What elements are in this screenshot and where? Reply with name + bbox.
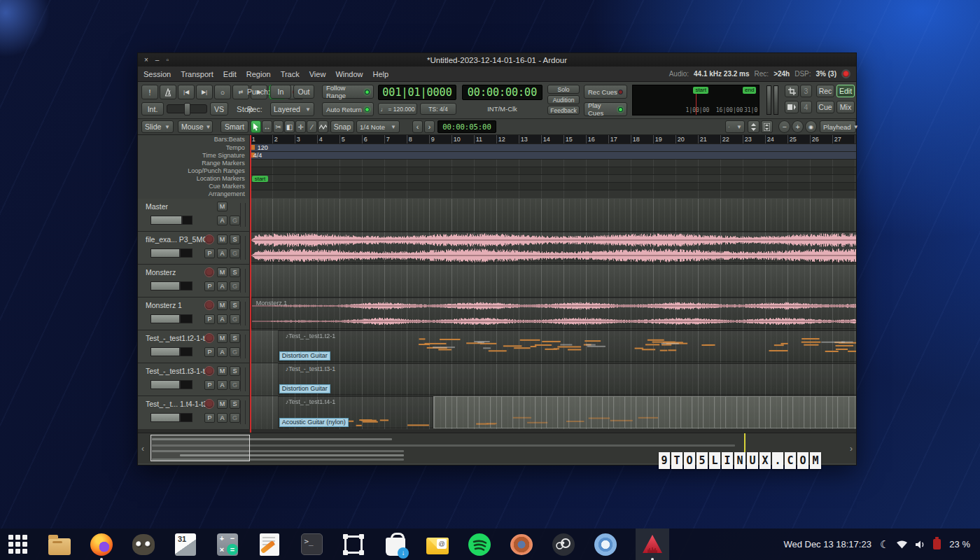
app-grid-icon[interactable] [6,533,29,556]
go-to-end-button[interactable]: ▶| [196,85,213,99]
record-arm-button[interactable] [204,234,214,244]
ruler-label-range[interactable]: Range Markers [138,160,249,167]
mute-button[interactable]: M [217,399,227,409]
vs-button[interactable]: VS [210,102,228,115]
track-lane-audio2[interactable] [250,265,856,297]
playhead-line[interactable] [250,199,251,433]
menu-session[interactable]: Session [144,70,171,78]
edit-mode-dropdown[interactable]: Slide▼ [141,120,174,133]
track-resize-grip[interactable] [240,400,246,424]
mail-icon[interactable]: @ [426,533,449,556]
menu-transport[interactable]: Transport [181,70,214,78]
spotify-icon[interactable] [468,533,491,556]
gain-fader[interactable] [150,413,192,422]
track-header-midi2[interactable]: Test_-_test1.t3-1-t2 M S P A G [138,363,250,396]
solo-button[interactable]: Solo [547,85,580,94]
cue-markers-ruler[interactable] [250,183,856,190]
time-signature-button[interactable]: TS: 4/4 [420,103,456,115]
summary-view-rectangle[interactable] [150,435,250,461]
solo-button[interactable]: S [230,300,240,310]
software-store-icon[interactable]: ↓ [384,533,407,556]
fit-tracks-button[interactable] [761,120,773,133]
track-resize-grip[interactable] [240,269,246,293]
tempo-value[interactable]: 120 [258,144,268,151]
location-markers-ruler[interactable]: start [250,175,856,183]
track-header-audio2[interactable]: Monsterz M S P A G [138,265,250,297]
zoom-focus-dropdown[interactable]: Playhead▼ [820,120,856,133]
track-header-audio3[interactable]: Monsterz 1 M S P A G [138,298,250,330]
track-resize-grip[interactable] [240,236,246,260]
bars-ruler[interactable]: 1234567891011121314151617181920212223242… [250,135,856,144]
files-icon[interactable] [48,533,71,556]
mouse-mode-dropdown[interactable]: Mouse▼ [178,120,213,133]
track-header-midi1[interactable]: Test_-_test1.t2-1-t1 M S P A G [138,330,250,363]
track-resize-grip[interactable] [240,203,246,227]
volume-icon[interactable] [915,540,926,550]
range-markers-ruler[interactable] [250,160,856,167]
gain-fader[interactable] [150,380,192,389]
titlebar[interactable]: × – ▫ *Untitled-2023-12-14-01-16-01 - Ar… [138,53,856,66]
track-lane-midi3[interactable]: ♪Test_-_test1.t4-1 Acoustic Guitar (nylo… [250,396,856,429]
group-button[interactable]: G [230,281,240,291]
automation-button[interactable]: A [217,248,227,258]
smart-mode-button[interactable]: Smart [220,120,248,133]
track-name[interactable]: Test_-_test1.t3-1-t2 [146,367,209,375]
go-to-start-button[interactable]: |◀ [178,85,195,99]
group-button[interactable]: G [230,413,240,423]
track-lane-midi2[interactable]: ♪Test_-_test1.t3-1 Distortion Guitar [250,363,856,396]
shuttle-handle[interactable] [184,103,190,115]
taskbar-clock[interactable]: Wed Dec 13 18:17:23 [783,539,872,550]
mute-button[interactable]: M [217,366,227,376]
sync-int-button[interactable]: Int. [141,102,164,115]
page-cue-button[interactable]: Cue [816,101,834,113]
stretch-tool-button[interactable]: ◧ [284,120,295,133]
automation-button[interactable]: A [217,314,227,324]
track-name[interactable]: Test_-_t... 1.t4-1-t3 [146,400,207,408]
range-tool-button[interactable]: ↔ [262,120,272,133]
menu-region[interactable]: Region [246,70,271,78]
ardour-icon[interactable] [636,533,669,556]
audio-region[interactable]: Monsterz.1 [251,298,856,329]
ruler-label-bars[interactable]: Bars:Beats [138,135,249,144]
ruler-label-loop[interactable]: Loop/Punch Ranges [138,167,249,175]
gain-fader[interactable] [150,314,192,323]
page-rec-button[interactable]: Rec [816,85,834,97]
ruler-label-arrangement[interactable]: Arrangement [138,190,249,198]
timesig-ruler[interactable]: 4/4 [250,152,856,160]
draw-tool-button[interactable]: ∕ [307,120,317,133]
automation-button[interactable]: A [217,281,227,291]
midi-region-selected[interactable] [433,396,856,428]
primary-clock[interactable]: 001|01|0000 [378,85,456,100]
track-lane-audio1[interactable] [250,232,856,264]
mini-timeline[interactable]: start end 1|00|00 16|00|00 31|0 [632,85,760,115]
punch-out-button[interactable]: Out [293,85,314,99]
playlist-button[interactable]: P [204,314,215,324]
rec-mode-dropdown[interactable]: Layered▼ [270,102,314,116]
track-lane-midi1[interactable]: ♪Test_-_test1.t2-1 Distortion Guitar [250,330,856,363]
playlist-button[interactable]: P [204,347,215,357]
expand-tracks-button[interactable] [748,120,760,133]
group-button[interactable]: G [230,216,240,225]
menu-edit[interactable]: Edit [223,70,237,78]
track-name[interactable]: Monsterz [146,268,176,276]
track-lane-master[interactable] [250,199,856,231]
nudge-forward-button[interactable]: › [424,120,435,133]
group-button[interactable]: G [230,380,240,390]
group-button[interactable]: G [230,314,240,324]
terminal-icon[interactable]: >_ [300,533,323,556]
mute-button[interactable]: M [217,267,227,277]
audition-button[interactable]: Audition [547,95,580,104]
patch-change-label[interactable]: Distortion Guitar [279,351,330,360]
midi-panic-button[interactable]: ! [141,85,158,99]
track-name[interactable]: file_exa... P3_5MG [146,235,208,244]
ruler-label-location[interactable]: Location Markers [138,175,249,183]
ruler-label-timesig[interactable]: Time Signature [138,152,249,160]
timesig-value[interactable]: 4/4 [253,152,262,159]
feedback-button[interactable]: Feedback [547,106,580,115]
secondary-clock[interactable]: 00:00:00:00 [462,85,542,100]
automation-button[interactable]: A [217,380,227,390]
mute-button[interactable]: M [217,300,227,310]
ruler-label-cue[interactable]: Cue Markers [138,183,249,190]
page-edit-button[interactable]: Edit [836,85,855,97]
track-resize-grip[interactable] [240,335,246,358]
